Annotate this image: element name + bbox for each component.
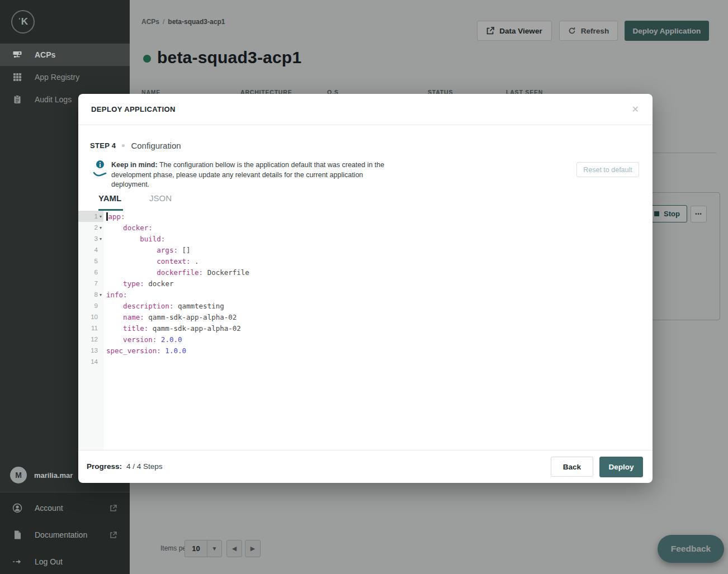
code-line[interactable]: 9 description: qammtesting [78, 300, 653, 311]
modal-header: DEPLOY APPLICATION ✕ [78, 94, 653, 125]
line-number: 11 [78, 322, 103, 334]
tab-json[interactable]: JSON [149, 193, 172, 203]
sidebar-item-acps[interactable]: ACPs [0, 44, 130, 66]
line-number: 13 [78, 345, 103, 356]
code-line[interactable]: 11 title: qamm-sdk-app-alpha-02 [78, 322, 653, 334]
tab-yaml[interactable]: YAML [98, 193, 121, 203]
sidebar-item-label: Audit Logs [35, 95, 72, 104]
code-line[interactable]: 2▾ docker: [78, 222, 653, 233]
line-number: 14 [78, 356, 103, 367]
modal-footer: Progress:4 / 4 Steps Back Deploy [78, 450, 653, 483]
step-name: Configuration [131, 141, 181, 150]
acps-icon [12, 50, 22, 60]
grid-icon [12, 72, 22, 82]
modal-title: DEPLOY APPLICATION [91, 105, 176, 113]
brand-logo-icon: ˈK [11, 10, 35, 34]
logo-area: ˈK [0, 0, 130, 44]
code-editor[interactable]: 1▾app:2▾ docker:3▾ build:4 args: []5 con… [78, 211, 653, 450]
code-line[interactable]: 5 context: . [78, 255, 653, 267]
code-line[interactable]: 13spec_version: 1.0.0 [78, 345, 653, 356]
line-number: 9 [78, 300, 103, 311]
code-line[interactable]: 12 version: 2.0.0 [78, 334, 653, 345]
logout-icon [12, 557, 22, 567]
code-line[interactable]: 6 dockerfile: Dockerfile [78, 267, 653, 278]
code-line[interactable]: 1▾app: [78, 211, 653, 222]
text-cursor [106, 212, 108, 221]
external-link-icon [109, 531, 117, 539]
code-line[interactable]: 4 args: [] [78, 244, 653, 255]
step-indicator: STEP 4 Configuration [90, 141, 181, 150]
external-link-icon [109, 504, 117, 513]
line-number: 7 [78, 278, 103, 289]
reset-to-default-button[interactable]: Reset to default [576, 162, 639, 177]
sidebar-item-label: ACPs [35, 50, 55, 59]
code-line[interactable]: 8▾info: [78, 289, 653, 300]
person-icon [12, 503, 22, 513]
note-line2: development phase, please update any rel… [111, 170, 402, 190]
sidebar-link-label: Account [35, 504, 63, 513]
deploy-application-modal: DEPLOY APPLICATION ✕ STEP 4 Configuratio… [78, 94, 653, 483]
note-text: Keep in mind: The configuration bellow i… [111, 160, 402, 190]
sidebar-link-label: Log Out [35, 557, 63, 566]
code-line[interactable]: 7 type: docker [78, 278, 653, 289]
line-number: 1▾ [78, 211, 103, 222]
code-line[interactable]: 14 [78, 356, 653, 367]
line-number: 2▾ [78, 222, 103, 233]
sidebar-link-label: Documentation [35, 530, 87, 539]
progress-indicator: Progress:4 / 4 Steps [87, 462, 163, 471]
note-line1: The configuration bellow is the applicat… [158, 161, 385, 169]
sidebar-item-label: App Registry [35, 73, 79, 82]
line-number: 10 [78, 311, 103, 322]
step-dot-icon [122, 144, 125, 147]
code-line[interactable]: 10 name: qamm-sdk-app-alpha-02 [78, 311, 653, 322]
app-root: ˈK ACPs App Registry Audit Logs [0, 0, 728, 574]
code-line[interactable]: 3▾ build: [78, 233, 653, 244]
sidebar-item-logout[interactable]: Log Out [0, 551, 130, 573]
line-number: 3▾ [78, 233, 103, 244]
line-number: 8▾ [78, 289, 103, 300]
line-number: 5 [78, 255, 103, 267]
avatar: M [10, 467, 27, 483]
sidebar-bottom: Account Documentation Log Out [0, 492, 130, 574]
document-icon [12, 530, 22, 540]
user-name: marilia.mar [34, 471, 73, 480]
info-hand-icon [93, 160, 107, 178]
progress-label: Progress: [87, 462, 122, 471]
line-number: 4 [78, 244, 103, 255]
step-label: STEP 4 [90, 141, 116, 150]
deploy-button[interactable]: Deploy [599, 457, 643, 477]
sidebar-item-account[interactable]: Account [0, 497, 130, 519]
back-button[interactable]: Back [551, 457, 593, 477]
sidebar-item-app-registry[interactable]: App Registry [0, 66, 130, 88]
sidebar-item-documentation[interactable]: Documentation [0, 524, 130, 546]
close-icon[interactable]: ✕ [632, 104, 639, 115]
line-number: 12 [78, 334, 103, 345]
note-bold: Keep in mind: [111, 161, 158, 169]
clipboard-icon [12, 94, 22, 105]
progress-value: 4 / 4 Steps [126, 462, 163, 471]
line-number: 6 [78, 267, 103, 278]
